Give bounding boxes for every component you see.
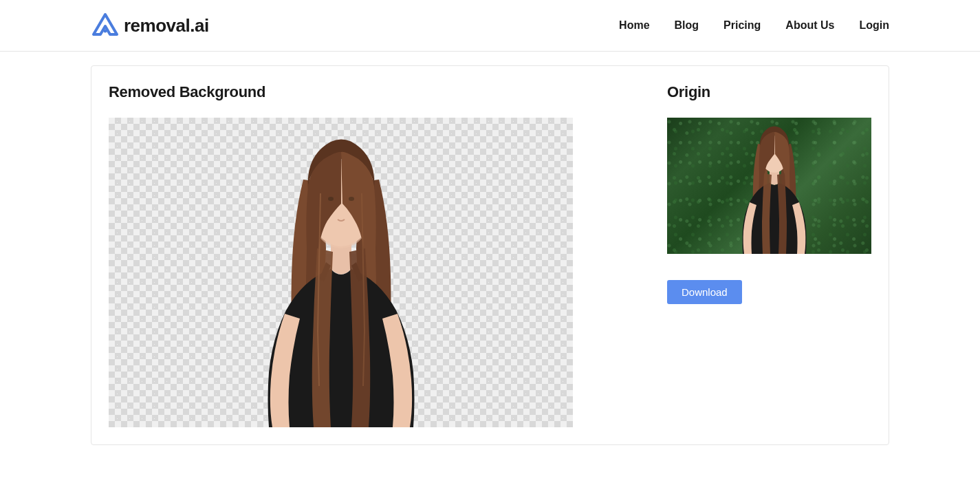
nav-blog[interactable]: Blog xyxy=(675,19,699,32)
nav-pricing[interactable]: Pricing xyxy=(723,19,761,32)
content-wrapper: Removed Background xyxy=(0,52,980,459)
removed-background-panel: Removed Background xyxy=(109,83,574,427)
origin-panel: Origin xyxy=(667,83,871,427)
origin-person xyxy=(726,120,823,254)
logo-icon xyxy=(91,12,120,39)
nav-home[interactable]: Home xyxy=(619,19,649,32)
removed-bg-title: Removed Background xyxy=(109,83,574,101)
svg-point-3 xyxy=(328,197,334,201)
nav-login[interactable]: Login xyxy=(859,19,889,32)
download-button[interactable]: Download xyxy=(667,280,742,304)
logo-text: removal.ai xyxy=(124,15,209,36)
nav-about-us[interactable]: About Us xyxy=(785,19,834,32)
result-card: Removed Background xyxy=(91,65,889,445)
svg-point-4 xyxy=(349,197,354,201)
removed-bg-image xyxy=(109,118,573,427)
origin-title: Origin xyxy=(667,83,871,101)
origin-image xyxy=(667,118,871,254)
main-nav: Home Blog Pricing About Us Login xyxy=(619,19,889,32)
header: removal.ai Home Blog Pricing About Us Lo… xyxy=(0,0,980,52)
person-cutout xyxy=(231,125,451,427)
svg-point-0 xyxy=(104,30,107,33)
logo[interactable]: removal.ai xyxy=(91,12,209,39)
